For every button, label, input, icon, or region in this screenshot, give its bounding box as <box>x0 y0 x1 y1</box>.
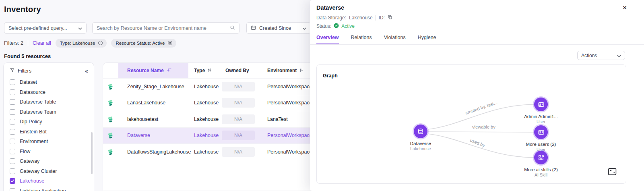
sidebar-scrollbar[interactable] <box>91 132 93 174</box>
lakehouse-resource-icon <box>103 99 118 106</box>
resource-detail-panel: ✕ Dataverse Data Storage: Lakehouse ID: … <box>310 0 644 191</box>
filter-option-lakehouse[interactable]: Lakehouse <box>4 176 94 186</box>
filter-option-label: Dlp Policy <box>20 119 42 125</box>
filter-option-gateway[interactable]: Gateway <box>4 156 94 166</box>
checkbox[interactable] <box>10 79 15 85</box>
node-label: More users (2) <box>526 142 556 147</box>
predefined-query-select[interactable]: Select pre-defined query... <box>4 22 87 34</box>
na-badge: N/A <box>222 82 255 91</box>
filter-option-datasource[interactable]: Datasource <box>4 87 94 98</box>
filters-title: Filters <box>18 68 31 74</box>
node-sublabel: User <box>537 119 545 124</box>
column-label: Owned By <box>225 68 249 73</box>
node-label: More ai skills (2) <box>524 167 558 172</box>
lakehouse-resource-icon <box>103 116 118 123</box>
edge-label: viewable by <box>472 125 495 129</box>
filters-header: Filters « <box>4 63 94 77</box>
checkbox[interactable] <box>10 119 15 125</box>
page-title: Inventory <box>4 5 41 14</box>
cell-resource-name: DataflowsStagingLakehouse <box>118 144 188 160</box>
graph-node-admin[interactable]: Admin Admin1... User <box>513 98 569 124</box>
filter-option-dataset[interactable]: Dataset <box>4 77 94 87</box>
collapse-sidebar-icon[interactable]: « <box>85 68 88 74</box>
tabs-divider <box>310 44 644 45</box>
search-input[interactable] <box>97 25 227 31</box>
chevron-down-icon <box>302 25 306 31</box>
checkbox-checked[interactable] <box>10 178 15 184</box>
graph-node-dataverse[interactable]: Dataverse Lakehouse <box>392 125 449 151</box>
filter-option-label: Einstein Bot <box>20 129 47 135</box>
remove-filter-icon[interactable] <box>98 40 103 46</box>
cell-owned-by: N/A <box>219 114 261 124</box>
cell-resource-name: Zenity_Stage_Lakehouse <box>118 79 188 95</box>
checkbox[interactable] <box>10 168 15 174</box>
filter-chip-status: Resource Status: Active <box>111 39 176 48</box>
checkbox[interactable] <box>10 129 15 135</box>
tab-overview[interactable]: Overview <box>316 35 339 45</box>
resource-search <box>92 22 239 34</box>
filter-option-label: Dataverse Table <box>20 99 56 105</box>
database-icon <box>414 125 427 138</box>
expand-icon <box>608 170 617 176</box>
checkbox[interactable] <box>10 139 15 144</box>
chevron-down-icon <box>617 53 621 58</box>
search-icon <box>230 25 235 31</box>
checkbox[interactable] <box>10 89 15 95</box>
cell-resource-name: lakehousetest <box>118 111 188 127</box>
filter-chip-label: Resource Status: Active <box>116 41 165 46</box>
filter-option-gateway-cluster[interactable]: Gateway Cluster <box>4 166 94 176</box>
node-label: Dataverse <box>410 141 431 146</box>
filter-option-flow[interactable]: Flow <box>4 147 94 157</box>
copy-id-icon[interactable] <box>388 15 392 21</box>
sort-descending-icon[interactable] <box>167 68 172 74</box>
data-storage-value: Lakehouse <box>349 15 373 21</box>
remove-filter-icon[interactable] <box>167 40 173 46</box>
column-header-resource-name[interactable]: Resource Name <box>118 63 188 78</box>
created-since-select[interactable]: Created Since <box>246 22 311 34</box>
filter-option-label: Datasource <box>20 89 45 95</box>
cell-type: Lakehouse <box>188 84 219 89</box>
cell-type: Lakehouse <box>188 100 219 106</box>
cell-owned-by: N/A <box>219 98 261 108</box>
filter-option-dlp-policy[interactable]: Dlp Policy <box>4 117 94 127</box>
filter-option-einstein-bot[interactable]: Einstein Bot <box>4 127 94 137</box>
filter-option-label: Dataverse Team <box>20 109 56 115</box>
sort-both-icon[interactable] <box>299 68 303 74</box>
relations-graph-card: Graph created by, last... viewable by us… <box>316 64 626 184</box>
graph-edges: created by, last... viewable by used by <box>317 65 627 184</box>
column-header-owned-by[interactable]: Owned By <box>219 68 261 73</box>
filter-option-dataverse-table[interactable]: Dataverse Table <box>4 97 94 107</box>
graph-node-more-users[interactable]: More users (2) User <box>513 125 569 152</box>
node-sublabel: Lakehouse <box>410 146 431 151</box>
filter-option-lightning-application[interactable]: Lightning Application <box>4 186 94 191</box>
lakehouse-resource-icon <box>103 148 118 156</box>
user-card-icon <box>534 98 548 111</box>
checkbox[interactable] <box>10 109 15 115</box>
actions-dropdown[interactable]: Actions <box>577 51 625 60</box>
filter-option-environment[interactable]: Environment <box>4 137 94 147</box>
tab-violations[interactable]: Violations <box>384 35 406 45</box>
tab-hygiene[interactable]: Hygiene <box>418 35 436 45</box>
checkbox[interactable] <box>10 158 15 164</box>
sort-both-icon[interactable] <box>207 68 212 74</box>
shapes-icon <box>534 151 548 164</box>
filter-option-label: Gateway Cluster <box>20 168 57 174</box>
checkbox[interactable] <box>10 188 15 191</box>
checkbox[interactable] <box>10 149 15 154</box>
graph-node-more-ai-skills[interactable]: More ai skills (2) AI Skill <box>513 151 569 177</box>
node-label: Admin Admin1... <box>524 114 558 119</box>
checkbox[interactable] <box>10 99 15 105</box>
filter-option-dataverse-team[interactable]: Dataverse Team <box>4 107 94 117</box>
clear-all-filters-button[interactable]: Clear all <box>33 40 51 46</box>
panel-meta-row: Data Storage: Lakehouse ID: <box>316 15 392 21</box>
close-panel-button[interactable]: ✕ <box>622 5 627 10</box>
edge-label: used by <box>469 138 486 148</box>
filter-option-label: Lightning Application <box>20 188 66 191</box>
column-header-type[interactable]: Type <box>188 68 219 74</box>
cell-type: Lakehouse <box>188 116 219 122</box>
tab-relations[interactable]: Relations <box>351 35 372 45</box>
fullscreen-graph-button[interactable] <box>608 168 617 175</box>
column-label: Environment <box>267 68 297 73</box>
filter-option-label: Lakehouse <box>20 178 44 184</box>
status-badge: Active <box>341 23 355 29</box>
